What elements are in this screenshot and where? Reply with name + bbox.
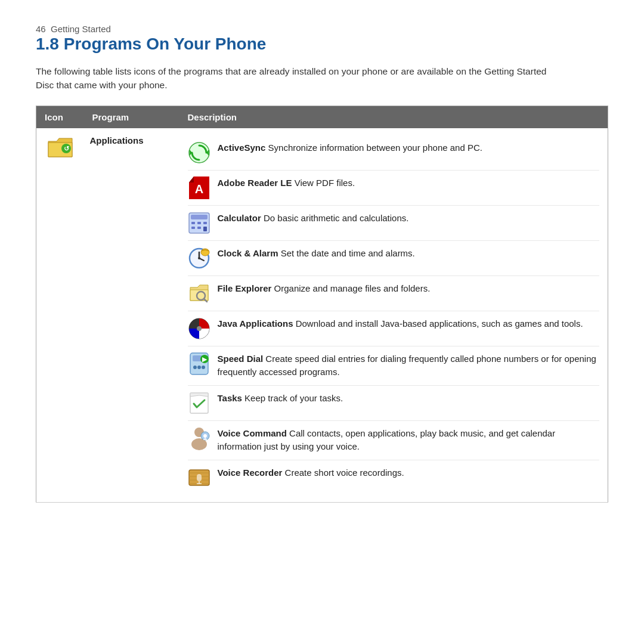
clock-icon xyxy=(188,247,210,270)
fileexplorer-icon xyxy=(188,282,210,305)
desc-entry-tasks: Tasks Keep track of your tasks. xyxy=(188,386,600,421)
voicerec-name: Voice Recorder xyxy=(218,467,283,478)
activesync-desc: ActiveSync Synchronize information betwe… xyxy=(218,141,600,155)
tasks-desc: Tasks Keep track of your tasks. xyxy=(218,392,600,405)
speeddial-name: Speed Dial xyxy=(218,354,264,364)
adobe-icon: A xyxy=(188,177,210,199)
activesync-icon xyxy=(188,141,210,164)
java-desc-text: Download and install Java-based applicat… xyxy=(293,318,583,329)
java-desc: Java Applications Download and install J… xyxy=(218,317,600,331)
svg-rect-37 xyxy=(203,434,207,438)
calculator-icon xyxy=(188,212,210,234)
applications-descriptions: ActiveSync Synchronize information betwe… xyxy=(179,128,608,503)
java-name: Java Applications xyxy=(218,318,293,329)
calculator-desc-text: Do basic arithmetic and calculations. xyxy=(261,213,409,223)
clock-desc-text: Set the date and time and alarms. xyxy=(278,248,414,258)
calculator-name: Calculator xyxy=(218,213,261,223)
voicerec-icon xyxy=(188,466,210,489)
tasks-icon xyxy=(188,392,210,414)
svg-point-28 xyxy=(193,366,197,369)
speeddial-icon: ▶ xyxy=(188,352,210,375)
svg-rect-11 xyxy=(197,222,201,224)
folder-icon: ↺ xyxy=(47,135,73,159)
calculator-desc: Calculator Do basic arithmetic and calcu… xyxy=(218,212,600,225)
desc-entry-calculator: Calculator Do basic arithmetic and calcu… xyxy=(188,206,600,241)
col-header-program: Program xyxy=(84,106,179,128)
adobe-desc-text: View PDF files. xyxy=(292,178,355,188)
voicecmd-icon xyxy=(188,427,210,450)
svg-point-29 xyxy=(197,366,201,369)
speeddial-desc: Speed Dial Create speed dial entries for… xyxy=(218,352,600,379)
svg-text:A: A xyxy=(194,182,203,196)
desc-entry-speeddial: ▶ Speed Dial Create speed dial entries f… xyxy=(188,346,600,386)
svg-rect-9 xyxy=(191,215,208,219)
voicerec-desc: Voice Recorder Create short voice record… xyxy=(218,466,600,480)
tasks-desc-text: Keep track of your tasks. xyxy=(242,393,343,403)
svg-rect-12 xyxy=(203,222,207,224)
voicerec-desc-text: Create short voice recordings. xyxy=(282,467,404,478)
table-header-row: Icon Program Description xyxy=(36,106,608,128)
col-header-description: Description xyxy=(179,106,608,128)
svg-rect-14 xyxy=(197,227,201,229)
applications-program-name: Applications xyxy=(84,128,179,503)
svg-point-25 xyxy=(197,326,202,331)
page-number: 46 xyxy=(36,24,46,34)
svg-rect-13 xyxy=(191,227,195,229)
fileexplorer-name: File Explorer xyxy=(218,283,272,293)
adobe-name: Adobe Reader LE xyxy=(218,178,292,188)
svg-point-20 xyxy=(198,257,200,259)
voicecmd-name: Voice Command xyxy=(218,428,287,438)
table-row-applications: ↺ Applications xyxy=(36,128,608,503)
svg-rect-45 xyxy=(197,474,202,481)
desc-entry-voicecmd: Voice Command Call contacts, open applic… xyxy=(188,421,600,460)
programs-table: Icon Program Description ↺ Applications xyxy=(36,106,608,503)
voicecmd-desc: Voice Command Call contacts, open applic… xyxy=(218,427,600,454)
java-icon xyxy=(188,317,210,340)
desc-entry-voicerec: Voice Recorder Create short voice record… xyxy=(188,460,600,495)
svg-text:↺: ↺ xyxy=(63,145,69,152)
desc-entry-adobe: A Adobe Reader LE View PDF files. xyxy=(188,171,600,206)
activesync-name: ActiveSync xyxy=(218,143,266,153)
clock-name: Clock & Alarm xyxy=(218,248,278,258)
svg-point-30 xyxy=(202,366,205,369)
page-number-label: 46 Getting Started xyxy=(36,24,608,35)
fileexplorer-desc: File Explorer Organize and manage files … xyxy=(218,282,600,296)
speeddial-desc-text: Create speed dial entries for dialing fr… xyxy=(218,354,596,377)
svg-rect-15 xyxy=(203,227,207,231)
activesync-desc-text: Synchronize information between your pho… xyxy=(265,143,482,153)
applications-label: Applications xyxy=(90,135,144,145)
chapter-title: 1.8 Programs On Your Phone xyxy=(36,35,608,54)
svg-marker-6 xyxy=(189,177,194,182)
fileexplorer-desc-text: Organize and manage files and folders. xyxy=(271,283,430,293)
adobe-desc: Adobe Reader LE View PDF files. xyxy=(218,177,600,190)
intro-paragraph: The following table lists icons of the p… xyxy=(36,64,555,92)
section-label: Getting Started xyxy=(51,24,111,34)
desc-entry-clock: Clock & Alarm Set the date and time and … xyxy=(188,241,600,276)
clock-desc: Clock & Alarm Set the date and time and … xyxy=(218,247,600,261)
desc-entry-activesync: ActiveSync Synchronize information betwe… xyxy=(188,135,600,171)
svg-rect-10 xyxy=(191,222,195,224)
applications-folder-icon-cell: ↺ xyxy=(36,128,84,503)
svg-text:▶: ▶ xyxy=(202,356,208,363)
col-header-icon: Icon xyxy=(36,106,84,128)
tasks-name: Tasks xyxy=(218,393,242,403)
desc-entry-fileexplorer: File Explorer Organize and manage files … xyxy=(188,276,600,311)
desc-entry-java: Java Applications Download and install J… xyxy=(188,311,600,346)
